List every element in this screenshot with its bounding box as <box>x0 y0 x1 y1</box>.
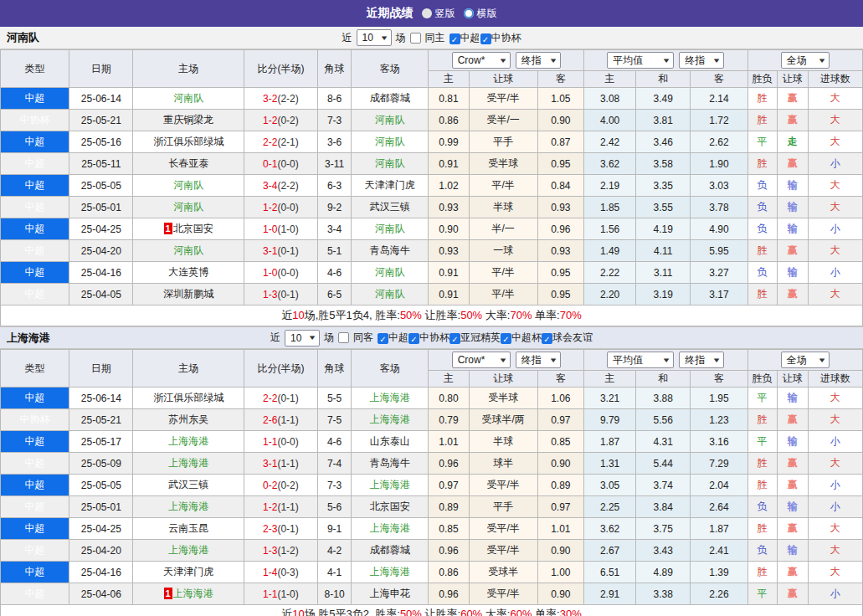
home-team-name: 天津津门虎 <box>163 566 213 578</box>
odds-time-select[interactable]: 终指▼ <box>516 52 561 69</box>
result-goals-cell: 小 <box>808 475 862 496</box>
col-header-score: 比分(半场) <box>244 50 317 88</box>
result-goals-cell: 大 <box>808 110 862 131</box>
handicap-cell: 受平/半 <box>469 583 537 605</box>
away-team-name: 上海申花 <box>370 588 410 599</box>
league-checkbox[interactable]: ✓ <box>378 333 388 344</box>
league-cell: 中超 <box>1 284 69 305</box>
fulltime-select[interactable]: 全场▼ <box>781 352 830 368</box>
away-team-name: 山东泰山 <box>370 435 410 447</box>
average-select[interactable]: 平均值▼ <box>607 352 674 368</box>
handicap-cell: 受平/半 <box>469 475 537 496</box>
summary-row: 近10场,胜5平1负4, 胜率:50% 让胜率:50% 大率:70% 单率:70… <box>1 305 863 326</box>
score-cell: 1-4(0-3) <box>244 562 317 583</box>
fulltime-score: 1-2 <box>263 202 277 213</box>
corner-cell: 4-6 <box>318 431 352 453</box>
home-team-cell: 天津津门虎 <box>133 562 244 583</box>
result-goals-cell: 大 <box>808 453 862 475</box>
summary-segment: 近 <box>281 309 292 321</box>
radio-unselected-icon[interactable] <box>464 8 474 18</box>
league-checkbox[interactable]: ✓ <box>408 333 419 344</box>
average-select[interactable]: 平均值▼ <box>607 52 674 69</box>
home-team-cell: 1北京国安 <box>133 218 244 240</box>
halftime-score: (0-1) <box>277 289 298 300</box>
match-count-select[interactable]: 10▼ <box>285 330 320 346</box>
handicap-cell: 受平/半 <box>469 518 537 540</box>
result-outcome-cell: 负 <box>747 218 777 240</box>
handicap-cell: 平手 <box>469 131 537 153</box>
date-cell: 25-04-20 <box>69 540 133 562</box>
match-row: 中超25-04-16天津津门虎1-4(0-3)4-1上海海港0.86受球半1.0… <box>1 562 863 583</box>
halftime-score: (0-0) <box>277 158 298 170</box>
handicap-cell: 平/半 <box>469 175 537 197</box>
fulltime-select[interactable]: 全场▼ <box>781 52 830 69</box>
date-cell: 25-04-25 <box>69 218 133 240</box>
avg-home-cell: 1.49 <box>583 240 635 262</box>
handicap-cell: 受半球 <box>469 388 537 409</box>
avg-away-cell: 5.95 <box>691 240 747 262</box>
date-cell: 25-04-25 <box>69 518 133 540</box>
away-team-cell: 青岛海牛 <box>352 453 429 475</box>
halftime-score: (1-0) <box>277 223 298 235</box>
bookmaker-select[interactable]: Crow*▼ <box>452 52 511 69</box>
result-outcome-cell: 胜 <box>747 110 777 131</box>
bookmaker-select[interactable]: Crow*▼ <box>452 352 511 368</box>
home-team-name: 上海海港 <box>173 588 213 599</box>
league-checkbox[interactable]: ✓ <box>542 333 552 344</box>
result-outcome-cell: 胜 <box>747 284 777 305</box>
result-handicap-cell: 输 <box>777 175 808 197</box>
fulltime-score: 2-2 <box>263 393 277 404</box>
halftime-score: (0-1) <box>277 245 298 257</box>
away-team-name: 河南队 <box>375 114 405 126</box>
corner-cell: 4-6 <box>318 262 352 284</box>
odds-away-cell: 0.93 <box>537 197 583 218</box>
league-cell: 中超 <box>1 197 69 218</box>
avg-draw-cell: 3.38 <box>636 583 691 605</box>
date-cell: 25-04-20 <box>69 240 133 262</box>
odds-away-cell: 1.00 <box>537 562 583 583</box>
match-count-select[interactable]: 10▼ <box>357 29 392 46</box>
halftime-score: (2-2) <box>277 180 298 192</box>
date-cell: 25-04-16 <box>69 562 133 583</box>
average-time-select[interactable]: 终指▼ <box>679 352 724 368</box>
sub-header-goals: 进球数 <box>808 71 862 88</box>
result-outcome-cell: 胜 <box>747 475 777 496</box>
league-label: 中超 <box>460 32 480 44</box>
result-handicap-cell: 赢 <box>777 240 808 262</box>
handicap-cell: 半球 <box>469 197 537 218</box>
score-cell: 3-2(2-2) <box>244 88 317 110</box>
odds-time-select[interactable]: 终指▼ <box>516 352 561 368</box>
league-cell: 中超 <box>1 153 69 175</box>
league-checkbox[interactable]: ✓ <box>480 33 491 44</box>
result-handicap-cell: 赢 <box>777 110 808 131</box>
home-team-name: 重庆铜梁龙 <box>163 114 213 126</box>
same-side-checkbox[interactable] <box>338 332 349 343</box>
same-side-checkbox[interactable] <box>410 33 421 44</box>
league-label: 中协杯 <box>419 331 449 343</box>
layout-radio-horizontal[interactable]: 横版 <box>464 7 497 21</box>
odds-home-cell: 0.85 <box>429 518 469 540</box>
avg-away-cell: 2.64 <box>691 496 747 518</box>
home-team-cell: 深圳新鹏城 <box>133 284 244 305</box>
result-handicap-cell: 输 <box>777 197 808 218</box>
fulltime-score: 1-0 <box>263 223 277 235</box>
radio-selected-icon[interactable] <box>422 8 432 18</box>
average-time-select[interactable]: 终指▼ <box>679 52 724 69</box>
result-goals-cell: 小 <box>808 262 862 284</box>
league-checkbox[interactable]: ✓ <box>449 33 460 44</box>
avg-home-cell: 3.05 <box>583 475 635 496</box>
home-team-name: 北京国安 <box>173 223 213 234</box>
sub-header-odds-away: 客 <box>537 371 583 388</box>
league-checkbox[interactable]: ✓ <box>501 333 511 344</box>
league-label: 中超 <box>388 331 408 343</box>
odds-home-cell: 1.01 <box>429 431 469 453</box>
away-team-name: 河南队 <box>375 136 405 147</box>
handicap-cell: 平手 <box>469 496 537 518</box>
league-checkbox[interactable]: ✓ <box>449 333 460 344</box>
avg-away-cell: 3.03 <box>691 175 747 197</box>
away-team-cell: 青岛海牛 <box>352 240 429 262</box>
avg-away-cell: 2.04 <box>691 475 747 496</box>
layout-radio-vertical[interactable]: 竖版 <box>422 7 455 21</box>
away-team-cell: 河南队 <box>352 284 429 305</box>
home-team-name: 浙江俱乐部绿城 <box>153 392 223 403</box>
